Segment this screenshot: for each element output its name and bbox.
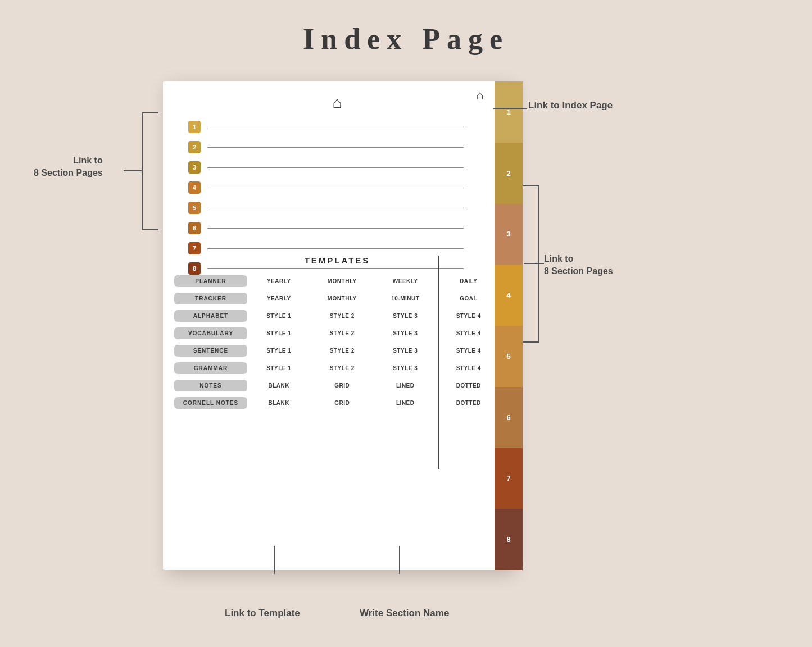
numbered-row[interactable]: 1 — [188, 121, 464, 133]
templates-title: TEMPLATES — [174, 256, 500, 265]
link-template-annotation: Link to Template — [225, 608, 300, 619]
numbered-row[interactable]: 2 — [188, 141, 464, 153]
template-label: GRAMMAR — [174, 362, 247, 374]
side-tab[interactable]: 8 — [495, 509, 523, 570]
num-line — [207, 147, 464, 148]
template-option[interactable]: STYLE 3 — [374, 365, 437, 371]
template-option[interactable]: LINED — [374, 382, 437, 389]
vertical-divider — [438, 256, 439, 469]
link-to-index-annotation: Link to Index Page — [528, 100, 613, 111]
side-tab[interactable]: 1 — [495, 81, 523, 143]
template-option[interactable]: STYLE 4 — [437, 365, 501, 371]
template-option[interactable]: YEARLY — [247, 278, 311, 284]
template-row[interactable]: NOTESBLANKGRIDLINEDDOTTED — [174, 380, 500, 391]
link-sections-left-annotation: Link to8 Section Pages — [34, 154, 103, 180]
arrow-right-sections — [524, 263, 544, 264]
template-option[interactable]: STYLE 2 — [311, 330, 374, 336]
side-tab[interactable]: 3 — [495, 204, 523, 265]
home-icon-card[interactable]: ⌂ — [333, 94, 342, 112]
template-option[interactable]: BLANK — [247, 382, 311, 389]
templates-section: TEMPLATES PLANNERYEARLYMONTHLYWEEKLYDAIL… — [163, 256, 511, 414]
side-tab[interactable]: 6 — [495, 387, 523, 448]
template-option[interactable]: DOTTED — [437, 400, 501, 406]
template-row[interactable]: TRACKERYEARLYMONTHLY10-MINUTGOAL — [174, 293, 500, 304]
template-row[interactable]: CORNELL NOTESBLANKGRIDLINEDDOTTED — [174, 397, 500, 409]
template-label: VOCABULARY — [174, 327, 247, 339]
main-title: Index Page — [0, 22, 812, 56]
template-option[interactable]: DAILY — [437, 278, 501, 284]
template-option[interactable]: LINED — [374, 400, 437, 406]
template-row[interactable]: VOCABULARYSTYLE 1STYLE 2STYLE 3STYLE 4 — [174, 327, 500, 339]
template-label: TRACKER — [174, 293, 247, 304]
num-line — [207, 167, 464, 168]
side-tab[interactable]: 5 — [495, 326, 523, 387]
num-line — [207, 228, 464, 229]
numbered-row[interactable]: 6 — [188, 222, 464, 234]
template-row[interactable]: GRAMMARSTYLE 1STYLE 2STYLE 3STYLE 4 — [174, 362, 500, 374]
template-option[interactable]: STYLE 2 — [311, 365, 374, 371]
num-line — [207, 127, 464, 127]
template-label: ALPHABET — [174, 310, 247, 322]
side-tab[interactable]: 7 — [495, 448, 523, 509]
num-badge: 7 — [188, 242, 201, 254]
index-arrow — [493, 108, 527, 109]
numbered-row[interactable]: 4 — [188, 181, 464, 194]
side-tabs: 12345678 — [495, 81, 523, 570]
template-option[interactable]: GRID — [311, 400, 374, 406]
page-wrapper: Index Page ⌂ 12345678 TEMPLATES PLANNERY… — [0, 0, 812, 647]
template-option[interactable]: STYLE 1 — [247, 313, 311, 319]
write-section-annotation: Write Section Name — [360, 608, 449, 619]
template-option[interactable]: MONTHLY — [311, 295, 374, 302]
template-option[interactable]: GOAL — [437, 295, 501, 302]
num-badge: 3 — [188, 161, 201, 174]
doc-card: ⌂ 12345678 TEMPLATES PLANNERYEARLYMONTHL… — [163, 81, 511, 570]
bottom-arrow-section — [399, 546, 400, 574]
template-option[interactable]: MONTHLY — [311, 278, 374, 284]
template-option[interactable]: STYLE 4 — [437, 313, 501, 319]
link-sections-right-annotation: Link to8 Section Pages — [544, 253, 613, 278]
template-options: STYLE 1STYLE 2STYLE 3STYLE 4 — [247, 313, 500, 319]
template-label: CORNELL NOTES — [174, 397, 247, 409]
template-option[interactable]: STYLE 3 — [374, 330, 437, 336]
num-line — [207, 188, 464, 188]
num-badge: 5 — [188, 202, 201, 214]
template-option[interactable]: WEEKLY — [374, 278, 437, 284]
template-option[interactable]: DOTTED — [437, 382, 501, 389]
num-line — [207, 208, 464, 208]
template-option[interactable]: STYLE 1 — [247, 330, 311, 336]
bracket-left — [142, 112, 158, 230]
template-options: BLANKGRIDLINEDDOTTED — [247, 400, 500, 406]
template-row[interactable]: ALPHABETSTYLE 1STYLE 2STYLE 3STYLE 4 — [174, 310, 500, 322]
template-option[interactable]: STYLE 4 — [437, 348, 501, 354]
numbered-row[interactable]: 7 — [188, 242, 464, 254]
template-label: PLANNER — [174, 275, 247, 287]
numbered-row[interactable]: 3 — [188, 161, 464, 174]
template-options: STYLE 1STYLE 2STYLE 3STYLE 4 — [247, 348, 500, 354]
template-option[interactable]: GRID — [311, 382, 374, 389]
num-line — [207, 248, 464, 249]
bottom-arrow-template — [274, 546, 275, 574]
template-options: STYLE 1STYLE 2STYLE 3STYLE 4 — [247, 330, 500, 336]
template-option[interactable]: STYLE 2 — [311, 313, 374, 319]
template-options: BLANKGRIDLINEDDOTTED — [247, 382, 500, 389]
template-row[interactable]: PLANNERYEARLYMONTHLYWEEKLYDAILY — [174, 275, 500, 287]
template-row[interactable]: SENTENCESTYLE 1STYLE 2STYLE 3STYLE 4 — [174, 345, 500, 357]
template-option[interactable]: BLANK — [247, 400, 311, 406]
numbered-row[interactable]: 5 — [188, 202, 464, 214]
num-badge: 1 — [188, 121, 201, 133]
template-option[interactable]: STYLE 2 — [311, 348, 374, 354]
template-option[interactable]: STYLE 1 — [247, 348, 311, 354]
template-option[interactable]: YEARLY — [247, 295, 311, 302]
side-tab[interactable]: 2 — [495, 143, 523, 204]
side-tab[interactable]: 4 — [495, 265, 523, 326]
num-badge: 2 — [188, 141, 201, 153]
template-option[interactable]: STYLE 4 — [437, 330, 501, 336]
arrow-left-sections — [124, 170, 142, 171]
template-option[interactable]: STYLE 1 — [247, 365, 311, 371]
template-option[interactable]: STYLE 3 — [374, 348, 437, 354]
template-option[interactable]: STYLE 3 — [374, 313, 437, 319]
template-option[interactable]: 10-MINUT — [374, 295, 437, 302]
template-options: YEARLYMONTHLYWEEKLYDAILY — [247, 278, 500, 284]
home-icon-side[interactable]: ⌂ — [476, 88, 483, 103]
num-badge: 4 — [188, 181, 201, 194]
